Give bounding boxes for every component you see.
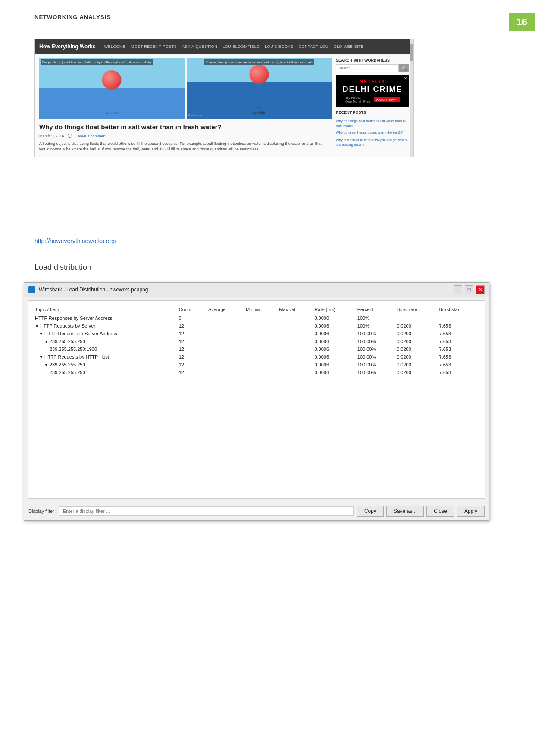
average-cell (206, 322, 243, 330)
rate-cell: 0.0006 (312, 353, 354, 361)
minval-cell (243, 353, 276, 361)
scrollbar[interactable] (410, 39, 413, 157)
burst-rate-cell: 0.0200 (394, 345, 436, 353)
rate-cell: 0.0006 (312, 369, 354, 376)
close-button[interactable]: ✕ (476, 285, 485, 294)
average-cell (206, 314, 243, 322)
percent-cell: 100% (355, 314, 394, 322)
search-label: SEARCH WITH WORDPRESS (336, 58, 409, 62)
save-as-button[interactable]: Save as... (386, 506, 424, 517)
count-cell: 12 (176, 369, 206, 376)
scroll-thumb[interactable] (410, 44, 413, 61)
netflix-title: DELHI CRIME (339, 85, 406, 94)
minval-cell (243, 337, 276, 345)
recent-post-0[interactable]: Why do things float better in salt water… (336, 119, 409, 128)
table-row[interactable]: HTTP Responses by Server Address00.00001… (32, 314, 481, 322)
dialog-title-left: Wireshark · Load Distribution · hwewrks.… (28, 286, 148, 293)
table-row[interactable]: 239.255.255.250:1900120.0006100.00%0.020… (32, 345, 481, 353)
col-maxval: Max val (276, 305, 312, 314)
expand-chevron[interactable]: ▼ (44, 340, 48, 344)
dialog-table-area: Topic / Item Count Average Min val Max v… (28, 300, 485, 499)
burst-rate-cell: 0.0200 (394, 353, 436, 361)
rate-cell: 0.0006 (312, 361, 354, 369)
percent-cell: 100.00% (355, 337, 394, 345)
table-row[interactable]: ▼239.255.255.250120.0006100.00%0.02007.6… (32, 337, 481, 345)
nav-item-oldweb[interactable]: OLD WEB SITE (334, 44, 364, 49)
burst-start-cell: - (437, 314, 481, 322)
maxval-cell (276, 322, 312, 330)
nav-items: WELCOME MOST RECENT POSTS ASK A QUESTION… (104, 44, 363, 49)
count-cell: 0 (176, 314, 206, 322)
apply-button[interactable]: Apply (457, 506, 485, 517)
topic-cell: ▼HTTP Requests to Server Address (32, 330, 176, 337)
minimize-button[interactable]: ─ (454, 285, 462, 294)
article-area: Buoyant force (equal in amount to the we… (39, 58, 332, 153)
load-distribution-title: Load distribution (34, 263, 91, 272)
count-cell: 12 (176, 337, 206, 345)
recent-post-2[interactable]: Why is it easier to keep a bicycle uprig… (336, 137, 409, 147)
expand-chevron[interactable]: ▼ (39, 332, 43, 336)
close-icon[interactable]: ✕ (404, 76, 407, 81)
link-section: http://howeverythingworks.org/ (34, 237, 116, 245)
nav-item-books[interactable]: LOU'S BOOKS (265, 44, 293, 49)
minval-cell (243, 330, 276, 337)
close-dialog-button[interactable]: Close (426, 506, 454, 517)
burst-start-cell: 7.653 (437, 337, 481, 345)
load-distribution-table: Topic / Item Count Average Min val Max v… (32, 305, 481, 376)
page-number-badge: 16 (509, 13, 535, 31)
maximize-button[interactable]: □ (465, 285, 473, 294)
display-filter-input[interactable] (59, 506, 354, 516)
search-input[interactable] (336, 64, 399, 72)
weight-label-left: Weight (106, 105, 118, 115)
average-cell (206, 369, 243, 376)
expand-chevron[interactable]: ▼ (35, 324, 39, 328)
copy-button[interactable]: Copy (357, 506, 384, 517)
rate-cell: 0.0006 (312, 337, 354, 345)
rate-cell: 0.0006 (312, 345, 354, 353)
nav-item-lou[interactable]: LOU BLOOMFIELD (222, 44, 260, 49)
col-count: Count (176, 305, 206, 314)
percent-cell: 100% (355, 322, 394, 330)
netflix-one-month-text: One Month Free (345, 100, 370, 103)
count-cell: 12 (176, 330, 206, 337)
section-title: NETWORKING ANALYSIS (34, 14, 111, 20)
search-button[interactable]: 🔍 (399, 64, 409, 72)
count-cell: 12 (176, 345, 206, 353)
count-cell: 12 (176, 322, 206, 330)
maxval-cell (276, 345, 312, 353)
count-cell: 12 (176, 361, 206, 369)
weight-label-right: Weight (253, 105, 265, 115)
site-name: How Everything Works (39, 44, 95, 50)
maxval-cell (276, 361, 312, 369)
burst-start-cell: 7.653 (437, 353, 481, 361)
average-cell (206, 353, 243, 361)
expand-chevron[interactable]: ▼ (44, 363, 48, 367)
percent-cell: 100.00% (355, 345, 394, 353)
recent-post-1[interactable]: Why do greenhouse gases warm the earth? (336, 130, 409, 135)
wireshark-dialog: Wireshark · Load Distribution · hwewrks.… (24, 282, 489, 521)
comment-link[interactable]: Leave a comment (76, 134, 107, 138)
site-link[interactable]: http://howeverythingworks.org/ (34, 237, 116, 244)
percent-cell: 100.00% (355, 330, 394, 337)
article-images: Buoyant force (equal in amount to the we… (39, 58, 332, 119)
burst-rate-cell: 0.0200 (394, 337, 436, 345)
nav-item-contact[interactable]: CONTACT LOU (299, 44, 329, 49)
burst-start-cell: 7.653 (437, 322, 481, 330)
expand-chevron[interactable]: ▼ (39, 355, 43, 359)
maxval-cell (276, 330, 312, 337)
nav-item-welcome[interactable]: WELCOME (104, 44, 125, 49)
topic-cell: ▼239.255.255.250 (32, 361, 176, 369)
minval-cell (243, 322, 276, 330)
table-row[interactable]: 239.255.255.250120.0006100.00%0.02007.65… (32, 369, 481, 376)
table-row[interactable]: ▼HTTP Requests by HTTP Host120.0006100.0… (32, 353, 481, 361)
comment-icon: 💬 (68, 134, 72, 138)
topic-cell: ▼HTTP Requests by HTTP Host (32, 353, 176, 361)
table-row[interactable]: ▼239.255.255.250120.0006100.00%0.02007.6… (32, 361, 481, 369)
nav-item-ask[interactable]: ASK A QUESTION (182, 44, 217, 49)
table-row[interactable]: ▼HTTP Requests to Server Address120.0006… (32, 330, 481, 337)
nav-item-recent[interactable]: MOST RECENT POSTS (131, 44, 177, 49)
col-burst-start: Burst start (437, 305, 481, 314)
percent-cell: 100.00% (355, 353, 394, 361)
netflix-watch-button[interactable]: WATCH NOW » (374, 97, 400, 102)
table-row[interactable]: ▼HTTP Requests by Server120.0006100%0.02… (32, 322, 481, 330)
